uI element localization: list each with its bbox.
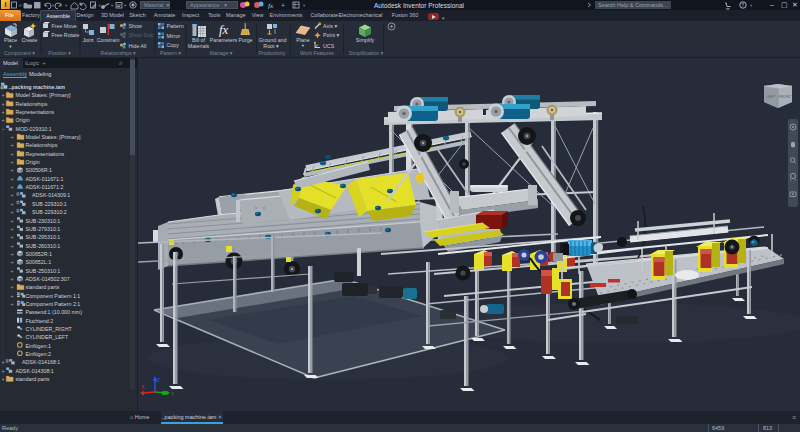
svg-text:+: + xyxy=(11,151,14,157)
svg-text:Root ▾: Root ▾ xyxy=(263,43,279,49)
svg-text:Relationships ▾: Relationships ▾ xyxy=(100,50,136,56)
svg-text:CYLINDER_RIGHT: CYLINDER_RIGHT xyxy=(26,326,73,332)
svg-text:+: + xyxy=(11,184,14,190)
svg-text:Point ▾: Point ▾ xyxy=(323,32,340,38)
svg-text:Mirror: Mirror xyxy=(167,33,181,39)
svg-text:Fluchtend:2: Fluchtend:2 xyxy=(26,318,54,324)
svg-text:Hide All: Hide All xyxy=(129,43,147,49)
svg-text:Pattern: Pattern xyxy=(167,23,184,29)
svg-text:Z: Z xyxy=(157,377,160,383)
svg-text:fx: fx xyxy=(268,2,274,10)
svg-text:Component Pattern 2:1: Component Pattern 2:1 xyxy=(26,301,81,307)
svg-text:ADSK-014309:1: ADSK-014309:1 xyxy=(32,192,70,198)
svg-text:+: + xyxy=(11,192,14,198)
svg-text:S00652L:1: S00652L:1 xyxy=(26,259,52,265)
svg-text:+: + xyxy=(1,109,4,115)
svg-text:Model States: [Primary]: Model States: [Primary] xyxy=(16,92,72,98)
svg-text:▾: ▾ xyxy=(303,3,306,8)
svg-text:Copy: Copy xyxy=(167,42,180,48)
svg-text:SUB-230310:1: SUB-230310:1 xyxy=(26,218,61,224)
svg-text:Model States: [Primary]: Model States: [Primary] xyxy=(26,134,82,140)
svg-text:Place: Place xyxy=(4,37,17,43)
svg-text:Constrain: Constrain xyxy=(97,37,120,43)
svg-text:Relationships: Relationships xyxy=(16,101,48,107)
svg-text:Simplification ▾: Simplification ▾ xyxy=(349,50,384,56)
svg-text:Free Move: Free Move xyxy=(52,23,77,29)
svg-text:?: ? xyxy=(742,3,745,8)
svg-text:SUB-229310:1: SUB-229310:1 xyxy=(32,201,67,207)
svg-text:S00506R:1: S00506R:1 xyxy=(26,167,53,173)
svg-text:Representations: Representations xyxy=(26,151,65,157)
svg-text:+: + xyxy=(1,376,4,382)
svg-text:▾: ▾ xyxy=(9,44,12,49)
svg-text:▾: ▾ xyxy=(111,3,114,8)
svg-text:Passend:1 (10.000 mm): Passend:1 (10.000 mm) xyxy=(26,309,83,315)
svg-text:UCS: UCS xyxy=(323,43,335,49)
svg-text:Simplify: Simplify xyxy=(356,37,375,43)
svg-text:+: + xyxy=(1,117,4,123)
svg-text:Component ▾: Component ▾ xyxy=(4,50,35,56)
svg-text:+: + xyxy=(11,201,14,207)
svg-text:ADSK-011671:2: ADSK-011671:2 xyxy=(26,184,64,190)
svg-text:▾: ▾ xyxy=(19,3,22,8)
svg-text:+: + xyxy=(11,301,14,307)
svg-text:Purge: Purge xyxy=(238,37,252,43)
svg-text:ADSK-011671:1: ADSK-011671:1 xyxy=(26,176,64,182)
svg-text:+: + xyxy=(1,92,4,98)
svg-text:−: − xyxy=(1,126,4,132)
svg-text:SUB-279310:1: SUB-279310:1 xyxy=(26,226,61,232)
svg-text:standard parts: standard parts xyxy=(16,376,50,382)
svg-text:LEFT: LEFT xyxy=(767,95,777,99)
svg-text:CYLINDER_LEFT: CYLINDER_LEFT xyxy=(26,334,69,340)
svg-text:+: + xyxy=(11,159,14,165)
svg-text:▾: ▾ xyxy=(124,3,127,8)
svg-text:Parameters: Parameters xyxy=(210,37,238,43)
svg-text:▾: ▾ xyxy=(302,43,305,48)
svg-text:Representations: Representations xyxy=(16,109,55,115)
svg-text:ADSK-014308:1: ADSK-014308:1 xyxy=(16,368,54,374)
svg-text:Axis ▾: Axis ▾ xyxy=(323,23,337,29)
svg-text:+: + xyxy=(1,368,4,374)
svg-text:Relationships: Relationships xyxy=(26,142,58,148)
svg-text:+: + xyxy=(11,176,14,182)
svg-text:Work Features: Work Features xyxy=(300,50,334,56)
svg-text:+: + xyxy=(11,167,14,173)
svg-text:fx: fx xyxy=(219,22,229,37)
svg-text:+: + xyxy=(11,218,14,224)
svg-text:+: + xyxy=(11,226,14,232)
svg-text:Productivity: Productivity xyxy=(259,50,286,56)
svg-text:SUB-229310:2: SUB-229310:2 xyxy=(32,209,67,215)
svg-text:Show Sick: Show Sick xyxy=(129,32,154,38)
svg-text:S00652R:1: S00652R:1 xyxy=(26,251,53,257)
svg-text:Origin: Origin xyxy=(16,117,30,123)
svg-text:▾: ▾ xyxy=(52,3,55,8)
svg-text:Y: Y xyxy=(171,391,175,397)
svg-text:Materials: Materials xyxy=(188,43,210,49)
svg-text:ADSK-014502:307: ADSK-014502:307 xyxy=(26,276,70,282)
svg-text:+: + xyxy=(11,268,14,274)
svg-text:ADSK-014168:1: ADSK-014168:1 xyxy=(22,359,60,365)
svg-text:+: + xyxy=(281,2,285,9)
svg-text:FRONT: FRONT xyxy=(779,95,792,99)
svg-text:Einfügen:2: Einfügen:2 xyxy=(26,351,51,357)
svg-text:Free Rotate: Free Rotate xyxy=(52,32,80,38)
svg-text:▾: ▾ xyxy=(750,3,753,8)
svg-text:X: X xyxy=(141,384,145,390)
svg-text:Joint: Joint xyxy=(82,37,94,43)
svg-text:+: + xyxy=(11,243,14,249)
svg-text:Component Pattern 1:1: Component Pattern 1:1 xyxy=(26,293,81,299)
svg-text:+: + xyxy=(11,142,14,148)
svg-text:..packing machine.iam: ..packing machine.iam xyxy=(9,84,66,90)
svg-text:+: + xyxy=(11,293,14,299)
svg-text:+: + xyxy=(11,209,14,215)
svg-text:+: + xyxy=(1,101,4,107)
svg-text:SUB-250310:1: SUB-250310:1 xyxy=(26,268,61,274)
svg-text:▾: ▾ xyxy=(65,3,68,8)
svg-text:SUB-260310:1: SUB-260310:1 xyxy=(26,243,61,249)
svg-text:+: + xyxy=(11,284,14,290)
svg-text:Einfügen:1: Einfügen:1 xyxy=(26,343,51,349)
svg-text:Create: Create xyxy=(22,37,38,43)
svg-text:Origin: Origin xyxy=(26,159,40,165)
svg-text:+: + xyxy=(11,259,14,265)
svg-text:+: + xyxy=(11,134,14,140)
